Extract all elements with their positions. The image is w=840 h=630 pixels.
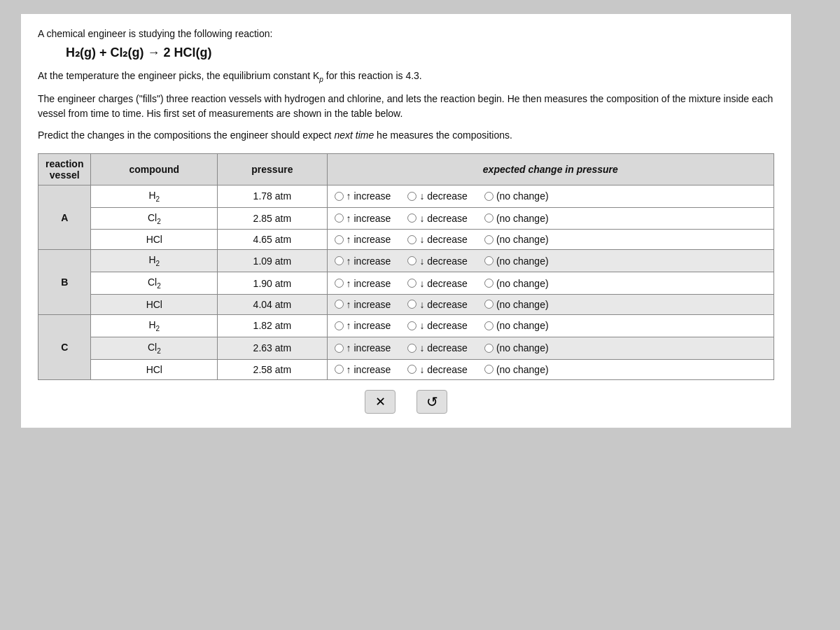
nochange-option-hcl-b[interactable]: (no change) — [484, 299, 549, 310]
table-row: Cl2 2.85 atm ↑ increase ↓ decrease (no c… — [38, 207, 774, 230]
pressure-h2-a: 1.78 atm — [218, 185, 327, 207]
nochange-option-cl2-b[interactable]: (no change) — [484, 278, 549, 289]
decrease-option-cl2-a[interactable]: ↓ decrease — [407, 213, 467, 224]
decrease-option-h2-a[interactable]: ↓ decrease — [407, 190, 467, 202]
decrease-option-hcl-a[interactable]: ↓ decrease — [407, 234, 467, 245]
undo-button[interactable]: ↺ — [416, 390, 447, 414]
options-hcl-b: ↑ increase ↓ decrease (no change) — [327, 294, 774, 314]
table-row: HCl 2.58 atm ↑ increase ↓ decrease (no c… — [38, 359, 774, 379]
table-row: B H2 1.09 atm ↑ increase ↓ decrease (no … — [38, 250, 774, 272]
options-cl2-a: ↑ increase ↓ decrease (no change) — [327, 207, 774, 230]
options-h2-a: ↑ increase ↓ decrease (no change) — [327, 185, 774, 207]
increase-option-hcl-c[interactable]: ↑ increase — [335, 364, 391, 375]
clear-button[interactable]: ✕ — [365, 390, 396, 414]
options-cl2-c: ↑ increase ↓ decrease (no change) — [327, 337, 774, 359]
col-pressure: pressure — [218, 153, 327, 185]
decrease-option-h2-b[interactable]: ↓ decrease — [407, 255, 467, 267]
options-cl2-b: ↑ increase ↓ decrease (no change) — [327, 272, 774, 295]
intro-text: A chemical engineer is studying the foll… — [38, 28, 774, 39]
increase-option-h2-b[interactable]: ↑ increase — [335, 255, 391, 267]
compound-hcl-a: HCl — [91, 230, 218, 250]
decrease-option-h2-c[interactable]: ↓ decrease — [407, 320, 467, 331]
increase-option-h2-c[interactable]: ↑ increase — [335, 320, 391, 331]
nochange-option-cl2-a[interactable]: (no change) — [484, 213, 549, 224]
main-content: A chemical engineer is studying the foll… — [21, 14, 791, 428]
col-expected: expected change in pressure — [327, 153, 774, 185]
decrease-option-hcl-b[interactable]: ↓ decrease — [407, 299, 467, 310]
table-row: Cl2 2.63 atm ↑ increase ↓ decrease (no c… — [38, 337, 774, 359]
table-header-row: reaction vessel compound pressure expect… — [38, 153, 774, 185]
equilibrium-text: At the temperature the engineer picks, t… — [38, 70, 774, 83]
nochange-option-h2-b[interactable]: (no change) — [484, 255, 549, 267]
table-row: Cl2 1.90 atm ↑ increase ↓ decrease (no c… — [38, 272, 774, 295]
nochange-option-hcl-c[interactable]: (no change) — [484, 364, 549, 375]
increase-option-h2-a[interactable]: ↑ increase — [335, 190, 391, 202]
pressure-hcl-a: 4.65 atm — [218, 230, 327, 250]
table-row: HCl 4.65 atm ↑ increase ↓ decrease (no c… — [38, 230, 774, 250]
pressure-cl2-c: 2.63 atm — [218, 337, 327, 359]
compound-hcl-b: HCl — [91, 294, 218, 314]
description-text: The engineer charges ("fills") three rea… — [38, 92, 774, 121]
pressure-h2-c: 1.82 atm — [218, 314, 327, 337]
equation-container: H₂(g) + Cl₂(g) → 2 HCl(g) — [66, 45, 774, 60]
vessel-b: B — [38, 250, 91, 315]
vessel-c: C — [38, 314, 91, 379]
increase-option-hcl-b[interactable]: ↑ increase — [335, 299, 391, 310]
compound-cl2-b: Cl2 — [91, 272, 218, 295]
table-row: A H2 1.78 atm ↑ increase ↓ decrease (no … — [38, 185, 774, 207]
pressure-h2-b: 1.09 atm — [218, 250, 327, 272]
compound-hcl-c: HCl — [91, 359, 218, 379]
options-h2-b: ↑ increase ↓ decrease (no change) — [327, 250, 774, 272]
table-row: C H2 1.82 atm ↑ increase ↓ decrease (no … — [38, 314, 774, 337]
equation-text: H₂(g) + Cl₂(g) → 2 HCl(g) — [66, 46, 211, 59]
predict-text: Predict the changes in the compositions … — [38, 130, 774, 141]
decrease-option-hcl-c[interactable]: ↓ decrease — [407, 364, 467, 375]
increase-option-hcl-a[interactable]: ↑ increase — [335, 234, 391, 245]
compound-cl2-c: Cl2 — [91, 337, 218, 359]
col-compound: compound — [91, 153, 218, 185]
compound-h2-a: H2 — [91, 185, 218, 207]
increase-option-cl2-c[interactable]: ↑ increase — [335, 342, 391, 354]
nochange-option-cl2-c[interactable]: (no change) — [484, 342, 549, 354]
decrease-option-cl2-b[interactable]: ↓ decrease — [407, 278, 467, 289]
options-h2-c: ↑ increase ↓ decrease (no change) — [327, 314, 774, 337]
compound-h2-b: H2 — [91, 250, 218, 272]
decrease-option-cl2-c[interactable]: ↓ decrease — [407, 342, 467, 354]
vessel-a: A — [38, 185, 91, 250]
table-row: HCl 4.04 atm ↑ increase ↓ decrease (no c… — [38, 294, 774, 314]
pressure-cl2-a: 2.85 atm — [218, 207, 327, 230]
col-vessel: reaction vessel — [38, 153, 91, 185]
nochange-option-h2-c[interactable]: (no change) — [484, 320, 549, 331]
bottom-buttons: ✕ ↺ — [38, 390, 774, 414]
increase-option-cl2-b[interactable]: ↑ increase — [335, 278, 391, 289]
table-container: reaction vessel compound pressure expect… — [38, 153, 774, 380]
increase-option-cl2-a[interactable]: ↑ increase — [335, 213, 391, 224]
pressure-cl2-b: 1.90 atm — [218, 272, 327, 295]
compound-h2-c: H2 — [91, 314, 218, 337]
nochange-option-h2-a[interactable]: (no change) — [484, 190, 549, 202]
compound-cl2-a: Cl2 — [91, 207, 218, 230]
pressure-hcl-c: 2.58 atm — [218, 359, 327, 379]
pressure-hcl-b: 4.04 atm — [218, 294, 327, 314]
options-hcl-c: ↑ increase ↓ decrease (no change) — [327, 359, 774, 379]
nochange-option-hcl-a[interactable]: (no change) — [484, 234, 549, 245]
options-hcl-a: ↑ increase ↓ decrease (no change) — [327, 230, 774, 250]
